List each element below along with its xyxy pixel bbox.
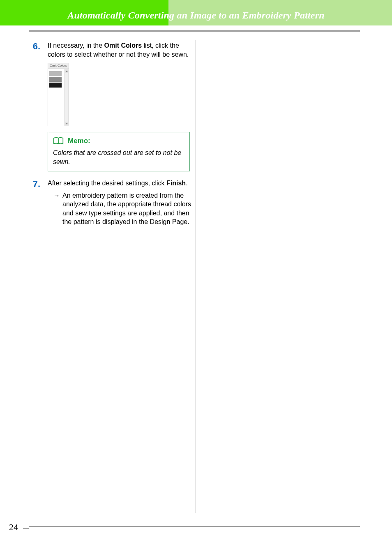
omit-colors-label: Omit Colors <box>48 63 69 69</box>
omit-colors-panel: Omit Colors ▴ ▾ <box>48 63 71 126</box>
step-7: 7. After selecting the desired settings,… <box>29 179 193 226</box>
page-number: 24 <box>9 522 18 533</box>
result-text: An embroidery pattern is created from th… <box>62 191 193 226</box>
book-icon <box>53 137 64 145</box>
step-body: After selecting the desired settings, cl… <box>48 179 193 226</box>
column-divider <box>196 40 196 513</box>
step-text: . <box>186 180 187 187</box>
step-6: 6. If necessary, in the Omit Colors list… <box>29 41 193 171</box>
color-swatch[interactable] <box>49 77 62 82</box>
memo-callout: Memo: Colors that are crossed out are se… <box>48 132 190 171</box>
step-bold: Finish <box>166 180 186 187</box>
page-root: Automatically Converting an Image to an … <box>0 0 392 554</box>
result-line: → An embroidery pattern is created from … <box>53 191 193 226</box>
footer-tick <box>23 528 29 529</box>
arrow-right-icon: → <box>53 191 60 200</box>
footer-divider <box>29 526 360 527</box>
page-title: Automatically Converting an Image to an … <box>0 10 392 21</box>
omit-colors-listbox[interactable]: ▴ ▾ <box>48 69 69 126</box>
header-divider <box>29 30 360 32</box>
step-number: 7. <box>29 179 40 226</box>
scroll-up-icon[interactable]: ▴ <box>65 69 69 73</box>
color-swatch[interactable] <box>49 83 62 88</box>
memo-header: Memo: <box>53 136 184 146</box>
memo-title: Memo: <box>68 136 90 146</box>
step-body: If necessary, in the Omit Colors list, c… <box>48 41 193 171</box>
memo-body: Colors that are crossed out are set to n… <box>53 148 184 166</box>
scrollbar[interactable]: ▴ ▾ <box>65 69 69 126</box>
color-swatch[interactable] <box>49 71 62 76</box>
step-text: If necessary, in the <box>48 42 104 49</box>
step-bold: Omit Colors <box>104 42 142 49</box>
step-text: After selecting the desired settings, cl… <box>48 180 166 187</box>
scroll-down-icon[interactable]: ▾ <box>65 122 69 126</box>
step-number: 6. <box>29 41 40 171</box>
content-column: 6. If necessary, in the Omit Colors list… <box>29 41 193 234</box>
